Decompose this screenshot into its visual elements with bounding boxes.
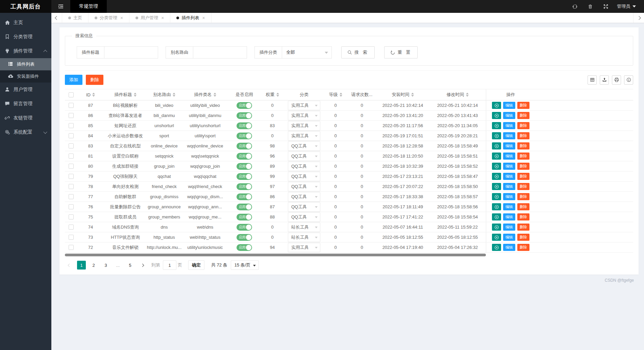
sidebar-item-links[interactable]: 友链管理 [0,111,51,125]
sidebar-item-settings[interactable]: 系统配置 [0,125,51,139]
page-button-3[interactable]: 3 [101,261,110,270]
row-delete-button[interactable]: 删除 [517,112,529,119]
reset-button[interactable]: 重 置 [384,46,418,59]
enabled-toggle[interactable]: 启用 [237,193,252,200]
edit-button[interactable]: 编辑 [503,122,515,129]
run-button[interactable] [492,173,501,180]
row-checkbox[interactable] [69,235,74,240]
category-select[interactable]: QQ工具 [288,212,320,222]
enabled-toggle[interactable]: 启用 [237,112,252,119]
row-delete-button[interactable]: 删除 [517,234,529,241]
edit-button[interactable]: 编辑 [503,173,515,180]
sidebar-item-messages[interactable]: 留言管理 [0,97,51,111]
sidebar-item-home[interactable]: 主页 [0,16,51,30]
edit-button[interactable]: 编辑 [503,112,515,119]
category-select[interactable]: 站长工具 [288,223,320,232]
page-button-2[interactable]: 2 [89,261,98,270]
category-select[interactable]: QQ工具 [288,202,320,212]
tab-users[interactable]: 用户管理 × [129,13,170,23]
enabled-toggle[interactable]: 启用 [237,183,252,190]
edit-button[interactable]: 编辑 [503,132,515,139]
row-checkbox[interactable] [69,133,74,138]
edit-button[interactable]: 编辑 [503,183,515,190]
edit-button[interactable]: 编辑 [503,203,515,210]
enabled-toggle[interactable]: 启用 [237,153,252,160]
sidebar-item-plugins[interactable]: 插件管理 [0,44,51,58]
topnav-tab-general[interactable]: 常规管理 [70,0,107,13]
plugin-title-input[interactable] [104,47,158,58]
fullscreen-icon[interactable] [598,0,614,13]
alias-route-input[interactable] [193,47,247,58]
trash-icon[interactable] [583,0,598,13]
page-size-select[interactable]: 15 条/页 [231,260,259,270]
sidebar-item-users[interactable]: 用户管理 [0,83,51,97]
row-checkbox[interactable] [69,245,74,250]
edit-button[interactable]: 编辑 [503,234,515,241]
run-button[interactable] [492,213,501,220]
sort-icon[interactable] [134,93,137,97]
enabled-toggle[interactable]: 启用 [237,224,252,231]
category-select[interactable]: 实用工具 [288,121,320,131]
edit-button[interactable]: 编辑 [503,224,515,231]
category-select[interactable]: QQ工具 [288,172,320,181]
row-checkbox[interactable] [69,154,74,159]
category-select[interactable]: 站长工具 [288,233,320,242]
export-button[interactable] [600,75,609,85]
run-button[interactable] [492,163,501,170]
edit-button[interactable]: 编辑 [503,193,515,200]
goto-confirm-button[interactable]: 确定 [188,260,204,270]
enabled-toggle[interactable]: 启用 [237,214,252,220]
row-delete-button[interactable]: 删除 [517,173,529,180]
run-button[interactable] [492,193,501,200]
row-delete-button[interactable]: 删除 [517,153,529,160]
plugin-category-select[interactable]: 全部 [282,47,331,58]
category-select[interactable]: 实用工具 [288,101,320,110]
row-delete-button[interactable]: 删除 [517,203,529,210]
tab-plugin-list[interactable]: 插件列表 × [170,13,211,23]
enabled-toggle[interactable]: 启用 [237,143,252,149]
sort-icon[interactable] [411,93,414,97]
row-checkbox[interactable] [69,143,74,148]
close-icon[interactable]: × [202,16,205,20]
category-select[interactable]: QQ工具 [288,151,320,161]
edit-button[interactable]: 编辑 [503,163,515,170]
select-all-checkbox[interactable] [69,92,74,97]
sort-icon[interactable] [340,93,342,97]
tab-home[interactable]: 主页 [62,13,89,23]
sort-icon[interactable] [214,93,216,97]
category-select[interactable]: QQ工具 [288,192,320,202]
next-page-button[interactable] [138,261,147,270]
edit-button[interactable]: 编辑 [503,142,515,149]
category-select[interactable]: 实用工具 [288,243,320,252]
page-button-5[interactable]: 5 [126,261,134,270]
category-select[interactable]: QQ工具 [288,141,320,151]
edit-button[interactable]: 编辑 [503,102,515,109]
enabled-toggle[interactable]: 启用 [237,102,252,109]
print-button[interactable] [612,75,621,85]
run-button[interactable] [492,142,501,149]
sort-icon[interactable] [173,93,175,97]
row-checkbox[interactable] [69,225,74,230]
filter-columns-button[interactable] [588,75,597,85]
close-icon[interactable]: × [120,16,123,20]
prev-page-button[interactable] [65,261,74,270]
row-delete-button[interactable]: 删除 [517,163,529,170]
category-select[interactable]: QQ工具 [288,162,320,171]
sidebar-item-categories[interactable]: 分类管理 [0,30,51,44]
row-delete-button[interactable]: 删除 [517,213,529,220]
category-select[interactable]: QQ工具 [288,182,320,191]
info-button[interactable] [624,75,633,85]
row-delete-button[interactable]: 删除 [517,102,529,109]
run-button[interactable] [492,183,501,190]
row-delete-button[interactable]: 删除 [517,183,529,190]
row-delete-button[interactable]: 删除 [517,244,529,251]
tabs-scroll-left[interactable] [51,13,62,23]
sort-icon[interactable] [276,93,279,97]
row-checkbox[interactable] [69,214,74,219]
run-button[interactable] [492,224,501,231]
delete-button[interactable]: 删除 [86,75,103,85]
enabled-toggle[interactable]: 启用 [237,133,252,139]
run-button[interactable] [492,203,501,210]
row-checkbox[interactable] [69,194,74,199]
category-select[interactable]: 实用工具 [288,131,320,141]
